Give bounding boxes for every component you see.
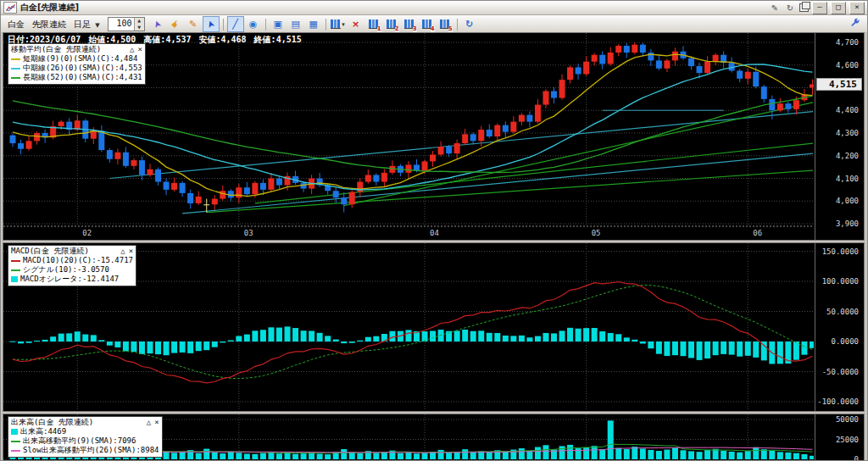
chart-window-icon [3,2,17,14]
legend-row: 短期線(9)(0)(SMA)(C):4,484 [11,54,142,64]
collapse-legend-icon[interactable]: △ [147,418,151,427]
maximize-button[interactable]: □ [831,2,846,14]
bars-count-value: 100 [108,18,134,31]
macd-signal-line [13,285,813,378]
collapse-legend-icon[interactable]: △ [130,45,134,54]
toolbar: 白金 先限連続 日足 ▼ 100 ▲▼ ➤☛✎➤╱◉▣▤▦▾×12345↻ [1,15,867,34]
grid-rows-icon[interactable]: ▤ [287,16,304,32]
info-segment: 終値:4,515 [254,35,302,44]
legend-row: MACD(10)(20)(C):-15.4717 [11,256,133,265]
timeframe-dropdown[interactable]: 日足 ▼ [74,19,100,31]
legend-row: 出来高:4469 [11,427,159,436]
info-segment: 始値:4,500 [88,35,136,44]
remove-study-icon[interactable]: × [348,16,364,32]
axis-tick-label: 4,200 [836,152,859,160]
axis-tick-label: 4,300 [836,129,859,137]
current-price-tag: 4,515 [816,78,862,91]
axis-tick-label: 4,600 [836,61,859,69]
spinner-down-icon[interactable]: ▼ [135,25,144,31]
timeframe-value: 日足 [74,19,91,29]
series-label: 先限連続 [32,19,66,31]
settings-wrench-icon[interactable] [849,18,860,31]
legend-swatch [11,58,20,60]
axis-tick-label: 4,100 [836,175,859,183]
axis-tick-label: 50.0000 [826,308,859,316]
instrument-label: 白金 [8,19,25,31]
chart-client-area: 日付:2023/06/07始値:4,500高値:4,537安値:4,468終値:… [1,32,867,460]
legend-swatch [11,68,20,69]
panel-layout-4-icon[interactable]: 4 [419,16,436,32]
macd-oscillator-bars [10,326,815,364]
volume-axis[interactable]: 50000250000 [815,414,864,461]
macd-legend-box[interactable]: MACD(白金 先限連続) △ × MACD(10)(20)(C):-15.47… [8,245,136,286]
price-axis[interactable]: 4,7004,6004,4004,3004,2004,1004,0003,900… [815,33,864,240]
macd-panel[interactable]: MACD(白金 先限連続) △ × MACD(10)(20)(C):-15.47… [3,242,865,412]
toolbar-separator [326,19,326,31]
axis-tick-label: 0 [854,455,859,461]
legend-row: シグナル(10):-3.0570 [11,265,133,275]
reload-icon[interactable]: ↻ [461,16,478,32]
axis-tick-label: 3,900 [836,219,859,228]
legend-text: シグナル(10):-3.0570 [23,265,109,275]
spinner-up-icon[interactable]: ▲ [135,18,144,25]
axis-tick-label: 100.0000 [822,277,859,286]
macd-legend-title: MACD(白金 先限連続) [11,247,117,256]
axis-tick-label: 4,400 [836,106,859,114]
axis-tick-label: -50.0000 [822,368,859,376]
axis-tick-label: 4,000 [836,197,859,205]
macd-axis[interactable]: 150.0000100.000050.00000.0000-50.0000-10… [815,243,864,411]
legend-text: Slow出来高移動平均(26)(SMA):8984 [23,446,159,455]
title-bar[interactable]: 白金[先限連続] ✎ ↻ – □ × [1,1,867,15]
legend-row: 長期線(52)(0)(SMA)(C):4,431 [11,73,142,82]
toolbar-separator [223,19,224,31]
chart-type-icon[interactable]: ▾ [330,16,347,32]
axis-tick-label: 50000 [836,415,859,424]
volume-legend-box[interactable]: 出来高(白金 先限連続) △ × 出来高:4469出来高移動平均(9)(SMA)… [8,416,163,458]
spinner-arrows[interactable]: ▲▼ [134,18,144,31]
close-button[interactable]: × [849,2,865,14]
collapse-legend-icon[interactable]: △ [120,247,125,256]
month-label: 04 [430,229,439,237]
bars-count-spinner[interactable]: 100 ▲▼ [108,17,145,31]
minimize-button[interactable]: – [812,2,827,14]
close-legend-icon[interactable]: × [129,247,133,256]
panel-layout-2-icon[interactable]: 2 [383,16,400,32]
ma-legend-box[interactable]: 移動平均(白金 先限連続) △ × 短期線(9)(0)(SMA)(C):4,48… [8,43,146,85]
volume-panel[interactable]: 出来高(白金 先限連続) △ × 出来高:4469出来高移動平均(9)(SMA)… [3,414,865,461]
zoom-lens-icon[interactable]: ◉ [245,16,262,32]
panel-layout-3-icon[interactable]: 3 [401,16,418,32]
close-legend-icon[interactable]: × [154,418,159,427]
close-legend-icon[interactable]: × [137,45,142,54]
legend-swatch [11,441,20,442]
legend-row: MACDオシレータ:-12.4147 [11,275,133,284]
new-chart-window-icon[interactable]: ▣ [270,16,287,32]
macd-line [13,282,813,383]
legend-swatch [11,260,20,262]
refresh-window-icon[interactable]: ↻ [784,3,796,13]
axis-tick-label: 25000 [836,436,859,444]
pan-hand-icon[interactable]: ☛ [167,16,184,32]
legend-swatch [11,429,18,435]
app-window: 白金[先限連続] ✎ ↻ – □ × 白金 先限連続 日足 ▼ 100 ▲▼ ➤… [0,0,868,461]
toolbar-separator [457,19,458,31]
axis-tick-label: 0.0000 [831,337,859,346]
main-chart-panel[interactable]: 日付:2023/06/07始値:4,500高値:4,537安値:4,468終値:… [3,32,865,241]
trendline-tool-icon[interactable]: ╱ [227,16,244,32]
select-cursor-icon[interactable]: ➤ [149,16,166,32]
panel-layout-5-icon[interactable]: 5 [437,16,453,32]
draw-line-icon[interactable]: ✎ [185,16,202,32]
cascade-windows-icon[interactable] [799,3,809,12]
pin-icon[interactable]: ✎ [769,3,781,13]
month-label: 05 [592,229,601,237]
info-segment: 高値:4,537 [143,35,191,44]
legend-text: MACD(10)(20)(C):-15.4717 [23,256,133,265]
legend-swatch [11,269,20,271]
legend-row: 中期線(26)(0)(SMA)(C):4,553 [11,64,142,73]
info-segment: 日付:2023/06/07 [8,35,81,44]
legend-text: 長期線(52)(0)(SMA)(C):4,431 [23,73,142,82]
grid-table-icon[interactable]: ▦ [305,16,322,32]
pointer-tool-icon[interactable]: ➤ [203,16,220,32]
month-label: 06 [753,229,762,237]
ohlc-info-bar: 日付:2023/06/07始値:4,500高値:4,537安値:4,468終値:… [8,34,309,46]
panel-layout-1-icon[interactable]: 1 [365,16,382,32]
